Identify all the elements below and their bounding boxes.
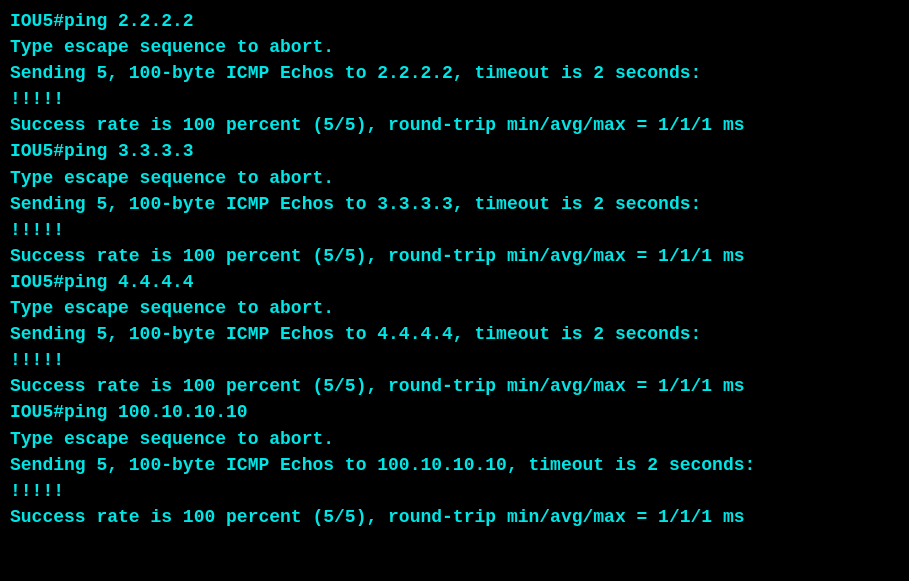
terminal-line-6: IOU5#ping 3.3.3.3 [10,138,899,164]
terminal-line-9: !!!!! [10,217,899,243]
terminal-line-10: Success rate is 100 percent (5/5), round… [10,243,899,269]
terminal-line-13: Sending 5, 100-byte ICMP Echos to 4.4.4.… [10,321,899,347]
terminal-line-1: IOU5#ping 2.2.2.2 [10,8,899,34]
terminal-line-18: Sending 5, 100-byte ICMP Echos to 100.10… [10,452,899,478]
terminal-line-19: !!!!! [10,478,899,504]
terminal-line-2: Type escape sequence to abort. [10,34,899,60]
terminal-line-4: !!!!! [10,86,899,112]
terminal-line-16: IOU5#ping 100.10.10.10 [10,399,899,425]
terminal-line-12: Type escape sequence to abort. [10,295,899,321]
terminal-output: IOU5#ping 2.2.2.2Type escape sequence to… [10,8,899,530]
terminal-line-8: Sending 5, 100-byte ICMP Echos to 3.3.3.… [10,191,899,217]
terminal-line-17: Type escape sequence to abort. [10,426,899,452]
terminal-line-14: !!!!! [10,347,899,373]
terminal-line-20: Success rate is 100 percent (5/5), round… [10,504,899,530]
terminal-line-15: Success rate is 100 percent (5/5), round… [10,373,899,399]
terminal-line-7: Type escape sequence to abort. [10,165,899,191]
terminal-line-5: Success rate is 100 percent (5/5), round… [10,112,899,138]
terminal-line-11: IOU5#ping 4.4.4.4 [10,269,899,295]
terminal-line-3: Sending 5, 100-byte ICMP Echos to 2.2.2.… [10,60,899,86]
